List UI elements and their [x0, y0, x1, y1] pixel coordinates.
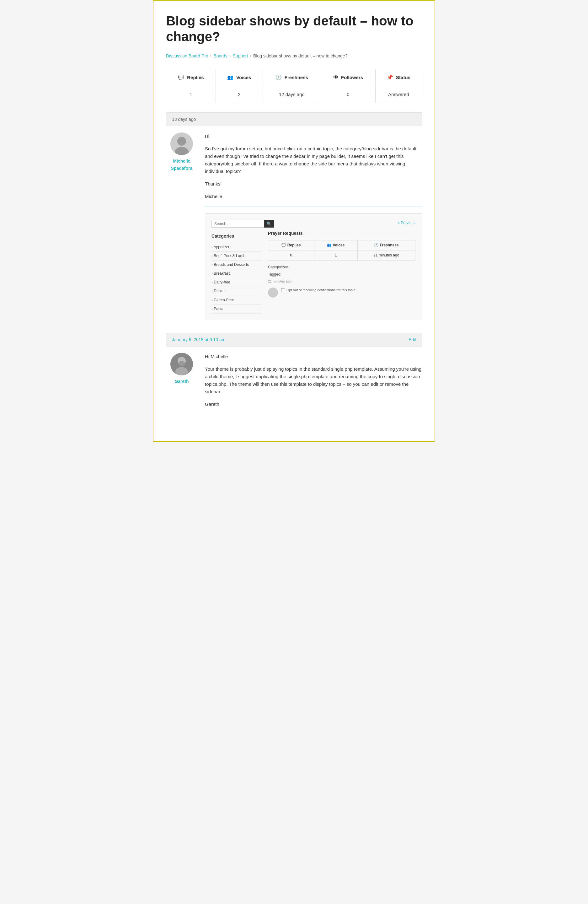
gareth-post-body: Hi Michelle Your theme is probably just …: [205, 353, 422, 413]
stats-value-voices: 2: [216, 86, 263, 103]
page-wrapper: Blog sidebar shows by default – how to c…: [153, 0, 435, 442]
mini-val-freshness: 21 minutes ago: [357, 250, 415, 260]
voices-icon: 👥: [227, 75, 233, 80]
breadcrumb-item-3[interactable]: Support: [232, 52, 248, 59]
stats-value-replies: 1: [166, 86, 216, 103]
stats-header-replies: 💬 Replies: [166, 69, 216, 86]
screenshot-topic-title: Prayer Requests: [268, 230, 415, 237]
screenshot-time: 21 minutes ago: [268, 279, 415, 284]
svg-point-6: [178, 361, 185, 366]
stats-header-freshness: 🕐 Freshness: [263, 69, 321, 86]
post-main-text: So I've got my forum set up, but once I …: [205, 145, 422, 175]
opt-out-checkbox[interactable]: [281, 288, 285, 292]
opt-out-label: Opt out of receiving notifications for t…: [287, 288, 356, 293]
breadcrumb-item-2[interactable]: Boards: [213, 52, 227, 59]
categories-title: Categories: [211, 232, 262, 240]
screenshot-categories: Categories AppetizerBeef, Pork & LambBre…: [211, 232, 262, 314]
mini-header-replies: 💬 Replies: [268, 240, 314, 250]
screenshot-reply-area: Opt out of receiving notifications for t…: [268, 288, 415, 297]
screenshot-categorized: Categorized:: [268, 264, 415, 270]
stats-header-status: 📌 Status: [375, 69, 422, 86]
category-item[interactable]: Dairy-free: [211, 278, 262, 287]
breadcrumb-separator-1: ›: [210, 52, 212, 59]
category-item[interactable]: Appetizer: [211, 243, 262, 252]
gareth-body: Your theme is probably just displaying t…: [205, 365, 422, 395]
categories-list: AppetizerBeef, Pork & LambBreads and Des…: [211, 243, 262, 314]
svg-point-1: [177, 137, 186, 145]
screenshot-tagged: Tagged:: [268, 272, 415, 278]
category-item[interactable]: Pasta: [211, 305, 262, 314]
search-input[interactable]: [211, 220, 264, 228]
first-post: Michelle Spadafora Hi, So I've got my fo…: [166, 133, 422, 323]
gareth-name: Gareth: [175, 378, 189, 385]
screenshot-search-area: 🔍: [211, 220, 262, 228]
reply-timestamp-bar: January 6, 2018 at 9:10 am Edit: [166, 333, 422, 346]
avatar: [170, 133, 193, 155]
post-thanks: Thanks!: [205, 180, 422, 188]
stats-value-followers: 0: [321, 86, 375, 103]
breadcrumb-separator-3: ›: [250, 52, 251, 59]
author-column: Michelle Spadafora: [166, 133, 197, 323]
category-item[interactable]: Gluten-Free: [211, 296, 262, 305]
status-icon: 📌: [387, 75, 393, 80]
screenshot-right: Previous Prayer Requests 💬 Replies 👥 Voi…: [268, 220, 415, 314]
author-name: Michelle Spadafora: [166, 158, 197, 172]
screenshot-avatar-small: [268, 288, 278, 297]
second-post: Gareth Hi Michelle Your theme is probabl…: [166, 353, 422, 413]
stats-header-followers: 👁 Followers: [321, 69, 375, 86]
mini-val-replies: 0: [268, 250, 314, 260]
freshness-icon: 🕐: [276, 75, 282, 80]
post-greeting: Hi,: [205, 133, 422, 140]
category-item[interactable]: Drinks: [211, 287, 262, 296]
mini-val-voices: 1: [314, 250, 357, 260]
post-body: Hi, So I've got my forum set up, but onc…: [205, 133, 422, 323]
gareth-author-column: Gareth: [166, 353, 197, 413]
category-item[interactable]: Breakfast: [211, 269, 262, 278]
mini-header-voices: 👥 Voices: [314, 240, 357, 250]
edit-link[interactable]: Edit: [408, 336, 416, 343]
screenshot-left: 🔍 Categories AppetizerBeef, Pork & LambB…: [211, 220, 262, 314]
followers-icon: 👁: [333, 75, 338, 80]
mini-header-freshness: 🕐 Freshness: [357, 240, 415, 250]
gareth-greeting: Hi Michelle: [205, 353, 422, 360]
category-item[interactable]: Breads and Desserts: [211, 261, 262, 269]
stats-table: 💬 Replies 👥 Voices 🕐 Freshness 👁 Followe…: [166, 69, 422, 103]
breadcrumb-current: Blog sidebar shows by default – how to c…: [253, 52, 347, 59]
gareth-avatar: [170, 353, 193, 375]
breadcrumb: Discussion Board Pro › Boards › Support …: [166, 52, 422, 59]
gareth-sign-off: Gareth: [205, 400, 422, 408]
first-post-timestamp: 13 days ago: [166, 112, 422, 126]
category-item[interactable]: Beef, Pork & Lamb: [211, 252, 262, 261]
breadcrumb-item-1[interactable]: Discussion Board Pro: [166, 52, 208, 59]
stats-value-freshness: 12 days ago: [263, 86, 321, 103]
opt-out-area: Opt out of receiving notifications for t…: [281, 288, 356, 293]
breadcrumb-separator-2: ›: [229, 52, 231, 59]
post-sign-off: Michelle: [205, 193, 422, 200]
screenshot-inner: 🔍 Categories AppetizerBeef, Pork & LambB…: [211, 220, 415, 314]
screenshot-section: 🔍 Categories AppetizerBeef, Pork & LambB…: [205, 213, 422, 320]
page-title: Blog sidebar shows by default – how to c…: [166, 13, 422, 45]
previous-link[interactable]: Previous: [268, 220, 415, 226]
post-divider: [205, 207, 422, 207]
stats-header-voices: 👥 Voices: [216, 69, 263, 86]
replies-icon: 💬: [178, 75, 184, 80]
mini-stats-table: 💬 Replies 👥 Voices 🕐 Freshness 0 1 21 mi…: [268, 240, 415, 261]
reply-timestamp: January 6, 2018 at 9:10 am: [172, 336, 225, 343]
stats-value-status: Answered: [375, 86, 422, 103]
